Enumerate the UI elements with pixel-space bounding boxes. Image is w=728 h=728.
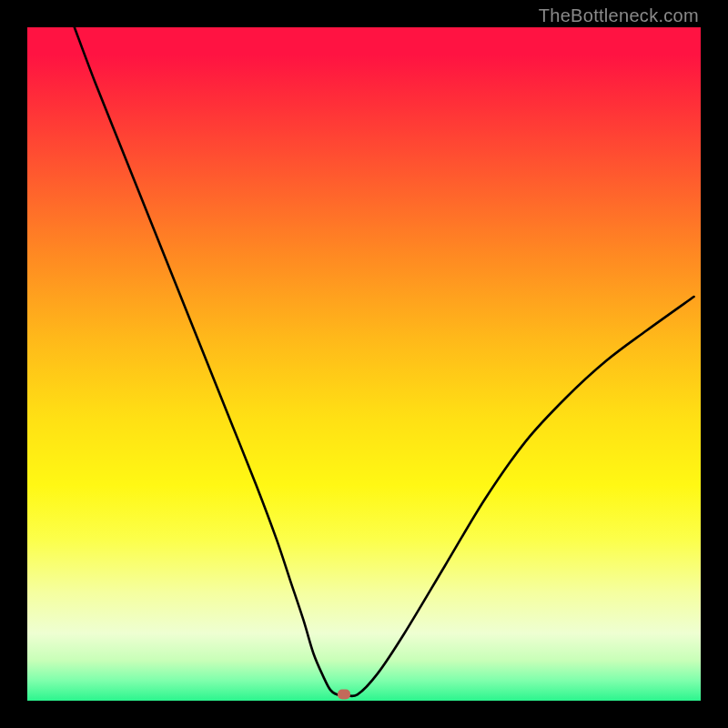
plot-area — [27, 27, 701, 701]
bottleneck-curve — [27, 27, 701, 701]
watermark-text: TheBottleneck.com — [539, 5, 699, 26]
chart-frame: TheBottleneck.com — [0, 0, 728, 728]
optimal-point-marker — [338, 690, 350, 700]
